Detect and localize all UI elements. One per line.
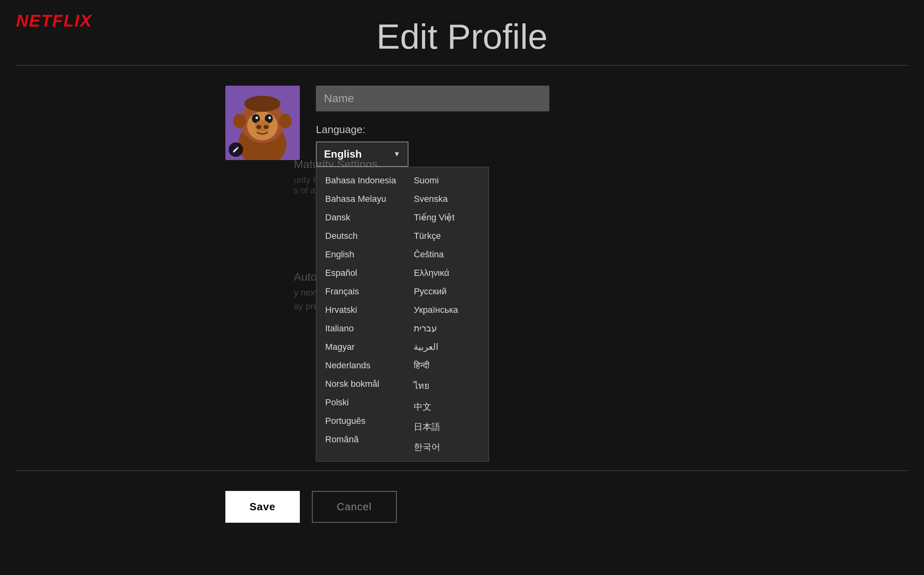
avatar-edit-button[interactable] [229, 142, 243, 157]
language-option[interactable]: Dansk [316, 208, 405, 227]
language-option[interactable]: Français [316, 282, 405, 301]
language-option[interactable]: 中文 [405, 397, 489, 417]
cancel-button[interactable]: Cancel [312, 491, 397, 523]
language-option[interactable]: Italiano [316, 319, 405, 338]
svg-point-6 [256, 117, 258, 119]
save-button[interactable]: Save [225, 491, 300, 523]
language-option[interactable]: Suomi [405, 171, 489, 190]
language-option[interactable]: Nederlands [316, 356, 405, 375]
language-option[interactable]: Українська [405, 301, 489, 319]
language-option[interactable]: Polski [316, 393, 405, 412]
language-option[interactable]: Tiếng Việt [405, 208, 489, 227]
language-option[interactable]: 한국어 [405, 437, 489, 457]
language-option[interactable]: Norsk bokmål [316, 375, 405, 393]
button-row: Save Cancel [0, 471, 924, 523]
language-option[interactable]: Português [316, 412, 405, 430]
main-content: Language: English ▼ Bahasa IndonesiaBaha… [0, 66, 924, 167]
dropdown-arrow-icon: ▼ [393, 150, 400, 158]
language-option[interactable]: Hrvatski [316, 301, 405, 319]
language-label: Language: [316, 123, 549, 136]
name-input[interactable] [316, 86, 549, 111]
language-option[interactable]: हिन्दी [405, 356, 489, 375]
dropdown-col-right: SuomiSvenskaTiếng ViệtTürkçeČeštinaΕλλην… [405, 171, 489, 457]
language-option[interactable]: Türkçe [405, 227, 489, 245]
svg-point-9 [256, 125, 261, 129]
language-option[interactable]: Deutsch [316, 227, 405, 245]
language-option[interactable]: Magyar [316, 338, 405, 356]
form-section: Language: English ▼ Bahasa IndonesiaBaha… [316, 86, 549, 167]
language-option[interactable]: العربية [405, 338, 489, 356]
page-title: Edit Profile [0, 0, 924, 65]
language-option[interactable]: Español [316, 264, 405, 282]
dropdown-columns: Bahasa IndonesiaBahasa MelayuDanskDeutsc… [316, 171, 489, 457]
language-option[interactable]: Bahasa Indonesia [316, 171, 405, 190]
language-option[interactable]: עברית [405, 319, 489, 338]
language-option[interactable]: Bahasa Melayu [316, 190, 405, 208]
language-option[interactable]: Čeština [405, 245, 489, 264]
svg-point-11 [233, 114, 246, 128]
netflix-logo[interactable]: NETFLIX [16, 11, 92, 31]
language-option[interactable]: English [316, 245, 405, 264]
language-dropdown-menu: Bahasa IndonesiaBahasa MelayuDanskDeutsc… [316, 167, 489, 462]
language-option[interactable]: Română [316, 430, 405, 449]
language-option[interactable]: Ελληνικά [405, 264, 489, 282]
svg-point-10 [264, 125, 268, 129]
svg-point-7 [268, 117, 271, 119]
dropdown-col-left: Bahasa IndonesiaBahasa MelayuDanskDeutsc… [316, 171, 405, 457]
language-option[interactable]: Русский [405, 282, 489, 301]
language-option[interactable]: ไทย [405, 375, 489, 397]
svg-point-13 [244, 96, 280, 112]
avatar-section [225, 86, 300, 160]
bottom-area: Save Cancel [0, 470, 924, 523]
language-option[interactable]: 日本語 [405, 417, 489, 437]
language-option[interactable]: Svenska [405, 190, 489, 208]
svg-point-12 [279, 114, 292, 128]
